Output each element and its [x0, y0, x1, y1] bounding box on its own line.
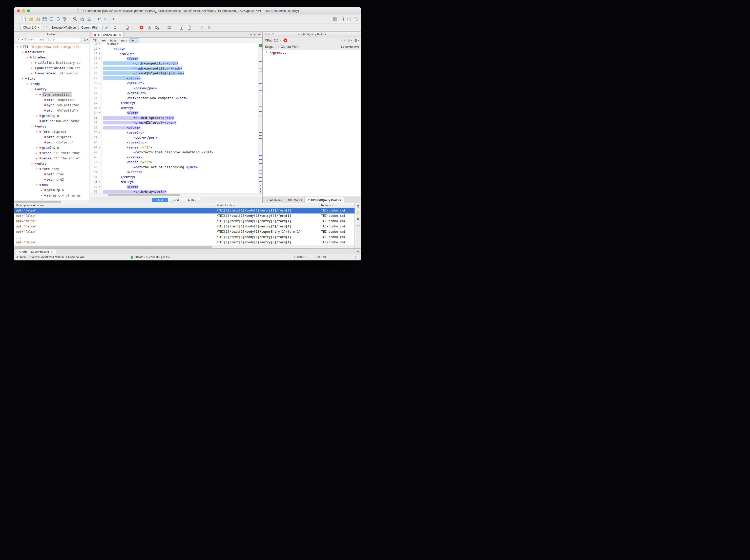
occurrence-marker[interactable]	[259, 116, 262, 116]
results-header[interactable]: Description - 46 items XPath location Re…	[14, 203, 355, 208]
close-results-tab-icon[interactable]: ×	[51, 250, 53, 254]
debug-transformation-button[interactable]	[154, 24, 160, 31]
code-line[interactable]: 29<pos>n</pos>	[90, 86, 258, 91]
xpath-expression-editor[interactable]: 1 //pron/..	[263, 50, 361, 197]
close-window-button[interactable]	[17, 9, 20, 13]
occurrence-marker[interactable]	[259, 159, 262, 160]
fold-toggle-icon[interactable]: ▾	[97, 130, 101, 135]
new-document-icon[interactable]	[20, 16, 27, 22]
expand-toggle-icon[interactable]: ▾	[16, 45, 19, 48]
open-document-icon[interactable]	[27, 16, 34, 22]
expand-toggle-icon[interactable]: ▾	[31, 162, 34, 165]
expand-toggle-icon[interactable]: ▸	[40, 194, 43, 197]
code-line[interactable]: 38▾<gramGrp>	[90, 130, 258, 135]
occurrence-marker[interactable]	[259, 106, 262, 107]
expand-toggle-icon[interactable]: ▾	[25, 83, 29, 85]
outline-tree-item[interactable]: ▾fileDesc	[14, 55, 90, 60]
breadcrumb-item-text[interactable]: text	[101, 39, 106, 42]
outline-tree-item[interactable]: ▸sense"2"the act of	[14, 156, 90, 161]
outline-tree-item[interactable]: ▾entry	[14, 161, 90, 166]
code-line[interactable]: 34▾<form>	[90, 110, 258, 115]
breadcrumb-item-entry[interactable]: entry	[120, 39, 127, 42]
code-line[interactable]: 39<pos>n</pos>	[90, 135, 258, 140]
editor-horizontal-scrollbar[interactable]	[90, 194, 262, 197]
expand-toggle-icon[interactable]: ▾	[21, 51, 24, 53]
fold-toggle-icon[interactable]: ▾	[97, 160, 101, 165]
outline-tree-item[interactable]: ▾hom	[14, 182, 90, 187]
edit-pencil-icon[interactable]	[198, 24, 205, 31]
configure-transformation-button[interactable]	[146, 24, 153, 31]
validate-button-caret[interactable]: ▾	[132, 26, 133, 28]
outline-tree-item[interactable]: orthdisproof	[14, 134, 90, 140]
code-line[interactable]: 48▾<entry>	[90, 179, 258, 184]
code-line[interactable]: 35<orth>disproof</orth>	[90, 115, 258, 120]
expand-toggle-icon[interactable]: ▸	[35, 146, 38, 149]
occurrence-marker[interactable]	[259, 61, 262, 62]
code-line[interactable]: 32</entry>	[90, 100, 258, 105]
code-line[interactable]: 46</sense>	[90, 169, 258, 175]
grid-view-icon[interactable]	[332, 16, 339, 22]
expand-toggle-icon[interactable]: ▸	[35, 157, 38, 160]
fold-toggle-icon[interactable]: ▾	[97, 179, 101, 184]
occurrence-marker[interactable]	[259, 90, 262, 91]
builder-settings-icon[interactable]: ⚙▾	[354, 39, 359, 42]
result-row[interactable]: opt="false"/TEI[1]/text[1]/body[1]/entry…	[14, 208, 355, 214]
previous-tab-icon[interactable]: ◀	[250, 33, 252, 36]
history-icon[interactable]: ⊖▾	[348, 39, 352, 42]
code-line[interactable]: 21▾<body>	[90, 46, 258, 51]
expand-toggle-icon[interactable]: ▸	[31, 61, 34, 64]
code-line[interactable]: 49▾<form>	[90, 184, 258, 189]
outline-tree-item[interactable]: ▸sensecry of an as	[14, 193, 90, 198]
outline-tree-item[interactable]: ▾formcompetitor	[14, 92, 90, 97]
code-line[interactable]: 30</gramGrp>	[90, 91, 258, 96]
fold-toggle-icon[interactable]: ▾	[97, 81, 101, 86]
breadcrumb-item-TEI[interactable]: TEI	[93, 39, 97, 42]
code-line[interactable]: 31<def>person who competes.</def>	[90, 96, 258, 101]
outline-tree-item[interactable]: ▸sense"1"facts that	[14, 150, 90, 156]
title-bar[interactable]: TEI-combo.xml [/Users/ttasovac/Developme…	[14, 7, 361, 15]
result-row[interactable]: opt="false"/TEI[1]/text[1]/body[1]/entry…	[14, 214, 355, 219]
code-line[interactable]: 47</entry>	[90, 175, 258, 180]
occurrence-marker[interactable]	[259, 132, 262, 133]
expand-toggle-icon[interactable]: ▾	[35, 184, 38, 186]
builder-xpath-version-select[interactable]: XPath 2.0	[265, 39, 278, 42]
code-line[interactable]: 25<hyph>com|peti|tor</hyph>	[90, 66, 258, 71]
save-icon[interactable]	[41, 16, 48, 22]
builder-tab-attributes[interactable]: aAttributes	[264, 197, 285, 203]
occurrence-marker[interactable]	[259, 68, 262, 69]
fold-toggle-icon[interactable]: ▾	[97, 105, 101, 111]
results-horizontal-scrollbar[interactable]	[14, 245, 355, 248]
code-line[interactable]: 28▾<gramGrp>	[90, 81, 258, 86]
refactor-document-button[interactable]	[178, 24, 185, 31]
code-line[interactable]: 45<def>the act of disproving.</def>	[90, 165, 258, 170]
execute-xpath-doc-icon[interactable]	[42, 24, 49, 31]
code-line[interactable]: 20▾<text>	[90, 43, 258, 46]
panel-window-controls[interactable]	[265, 33, 274, 35]
outline-tree-item[interactable]: ▾entry	[14, 124, 90, 129]
occurrence-marker[interactable]	[259, 170, 262, 171]
new-xslt-document-icon[interactable]: XSL*	[339, 16, 346, 22]
minimize-window-button[interactable]	[22, 9, 25, 13]
next-tab-icon[interactable]: ▶	[254, 33, 256, 36]
outline-tree-item[interactable]: ▾entry	[14, 86, 90, 92]
view-list-icon[interactable]: ≡	[357, 249, 359, 254]
occurrence-marker[interactable]	[259, 174, 262, 174]
outline-tree-item[interactable]: ▾teiHeader	[14, 49, 90, 55]
breadcrumb-item-form[interactable]: form	[129, 38, 139, 42]
outline-tree-item[interactable]: pronbreI	[14, 177, 90, 182]
editor-tab[interactable]: TEI-combo.xml ×	[92, 32, 124, 37]
associate-schema-button[interactable]: ✶	[186, 24, 193, 31]
version-caret[interactable]: ▾	[280, 39, 281, 41]
clear-results-icon[interactable]: ×	[356, 217, 360, 221]
outline-tree-item[interactable]: orthbray	[14, 172, 90, 177]
open-url-icon[interactable]	[48, 16, 55, 22]
code-line[interactable]: 33▾<entry>	[90, 105, 258, 111]
next-marker-icon[interactable]: ▼	[258, 191, 262, 193]
xpath-results-tab[interactable]: XPath - TEI-combo.xml ×	[16, 249, 56, 254]
expand-toggle-icon[interactable]: ▾	[35, 93, 38, 96]
results-settings-icon[interactable]: ⚙	[356, 204, 360, 208]
occurrence-marker[interactable]	[259, 72, 262, 72]
outline-tree-item[interactable]: prondIs"pru:f	[14, 140, 90, 145]
overview-ruler[interactable]: × ▲ ▼	[258, 43, 262, 194]
outline-tree-item[interactable]: ▾TEI"http://www.tei-c.org/ns/1.	[14, 44, 90, 49]
